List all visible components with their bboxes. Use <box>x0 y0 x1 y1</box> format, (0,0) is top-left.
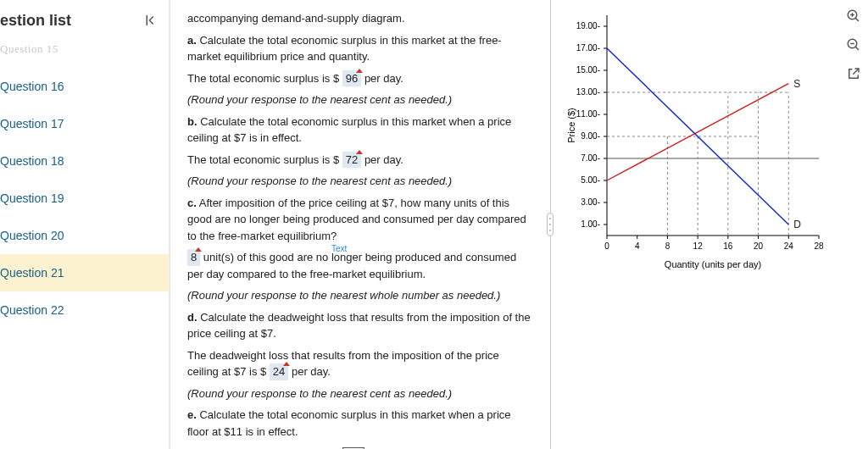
sidebar-item-question[interactable]: Question 17 <box>0 105 169 142</box>
part-a-answer: The total economic surplus is $ 96 per d… <box>187 70 532 87</box>
svg-text:Price ($): Price ($) <box>566 108 576 143</box>
sidebar-item-question[interactable]: Question 20 <box>0 217 169 254</box>
sidebar-item-prev-truncated[interactable]: Question 15 <box>0 37 169 68</box>
svg-text:7.00-: 7.00- <box>581 153 600 163</box>
svg-text:28: 28 <box>814 241 824 251</box>
part-c-answer: 8 unit(s) of this good are no longer bei… <box>187 249 532 282</box>
round-whole-c: (Round your response to the nearest whol… <box>187 287 532 304</box>
svg-text:0: 0 <box>604 241 609 251</box>
part-d-prompt: d. Calculate the deadweight loss that re… <box>187 309 532 342</box>
sidebar-title: estion list <box>0 12 140 30</box>
svg-text:11.00-: 11.00- <box>576 109 600 119</box>
zoom-out-button[interactable] <box>844 36 863 54</box>
open-new-tab-button[interactable] <box>844 64 863 83</box>
svg-text:19.00-: 19.00- <box>576 21 600 30</box>
sidebar-item-question[interactable]: Question 18 <box>0 142 169 180</box>
answer-d[interactable]: 24 <box>270 363 288 380</box>
a-pref: The total economic surplus is $ <box>187 72 342 85</box>
label-b: b. <box>187 115 198 128</box>
svg-text:4: 4 <box>635 241 640 251</box>
svg-text:13.00-: 13.00- <box>576 87 600 97</box>
svg-text:3.00-: 3.00- <box>581 197 600 207</box>
part-a-prompt: a. Calculate the total economic surplus … <box>187 32 532 65</box>
svg-text:17.00-: 17.00- <box>576 43 600 53</box>
part-b-prompt: b. Calculate the total economic surplus … <box>187 114 532 147</box>
part-c-text: After imposition of the price ceiling at… <box>187 197 526 242</box>
svg-text:20: 20 <box>754 241 764 251</box>
sidebar-header: estion list <box>0 3 169 37</box>
chart-tools <box>844 7 863 83</box>
c-suf: unit(s) of this good are no longer being… <box>187 251 516 280</box>
intro-line: accompanying demand-and-supply diagram. <box>187 10 532 27</box>
label-a: a. <box>187 34 197 47</box>
text-annotation: Text <box>331 242 347 255</box>
a-suf: per day. <box>361 72 403 85</box>
svg-text:15.00-: 15.00- <box>576 65 600 75</box>
label-e: e. <box>187 408 197 421</box>
sidebar-item-question[interactable]: Question 19 <box>0 180 169 217</box>
svg-text:8: 8 <box>665 241 670 251</box>
label-c: c. <box>187 197 197 209</box>
svg-text:5.00-: 5.00- <box>581 175 600 185</box>
svg-text:12: 12 <box>693 241 704 251</box>
sidebar-item-question[interactable]: Question 16 <box>0 68 169 105</box>
svg-text:24: 24 <box>784 241 794 251</box>
supply-demand-chart[interactable]: 04812162024281.00-3.00-5.00-7.00-9.00-11… <box>563 5 834 276</box>
question-content: accompanying demand-and-supply diagram. … <box>170 0 546 449</box>
chart-panel: 04812162024281.00-3.00-5.00-7.00-9.00-11… <box>554 0 868 449</box>
part-a-text: Calculate the total economic surplus in … <box>187 34 502 64</box>
part-c-prompt: c. After imposition of the price ceiling… <box>187 195 532 245</box>
main: accompanying demand-and-supply diagram. … <box>170 0 868 449</box>
round-cent-b: (Round your response to the nearest cent… <box>187 173 532 190</box>
answer-c[interactable]: 8 <box>187 249 200 266</box>
sidebar-item-question[interactable]: Question 22 <box>0 291 169 329</box>
sidebar-item-question[interactable]: Question 21 <box>0 254 169 291</box>
divider-grip-icon <box>547 213 554 236</box>
zoom-in-button[interactable] <box>844 7 863 25</box>
part-b-text: Calculate the total economic surplus in … <box>187 115 511 145</box>
d-pref: The deadweight loss that results from th… <box>187 349 499 379</box>
part-e-prompt: e. Calculate the total economic surplus … <box>187 407 532 440</box>
b-suf: per day. <box>361 153 403 166</box>
answer-a[interactable]: 96 <box>342 70 361 87</box>
collapse-sidebar-button[interactable] <box>140 10 160 30</box>
pane-divider[interactable] <box>546 0 554 449</box>
part-b-answer: The total economic surplus is $ 72 per d… <box>187 152 532 169</box>
svg-text:1.00-: 1.00- <box>581 219 600 229</box>
round-cent-a: (Round your response to the nearest cent… <box>187 91 532 108</box>
round-cent-d: (Round your response to the nearest cent… <box>187 385 532 402</box>
collapse-left-icon <box>142 13 158 28</box>
d-suf: per day. <box>288 365 331 378</box>
answer-b[interactable]: 72 <box>342 152 361 169</box>
svg-text:16: 16 <box>723 241 733 251</box>
svg-text:Quantity (units per day): Quantity (units per day) <box>665 259 761 269</box>
svg-text:9.00-: 9.00- <box>581 131 600 141</box>
part-d-answer: The deadweight loss that results from th… <box>187 347 532 380</box>
label-d: d. <box>187 311 198 324</box>
b-pref: The total economic surplus is $ <box>187 153 342 166</box>
question-list-sidebar: estion list Question 15 Question 16Quest… <box>0 0 170 449</box>
part-e-answer: The total economic surplus is $ per day. <box>187 445 532 449</box>
part-d-text: Calculate the deadweight loss that resul… <box>187 311 531 341</box>
svg-text:S: S <box>793 78 800 90</box>
svg-text:D: D <box>793 219 801 230</box>
part-e-text: Calculate the total economic surplus in … <box>187 408 511 438</box>
